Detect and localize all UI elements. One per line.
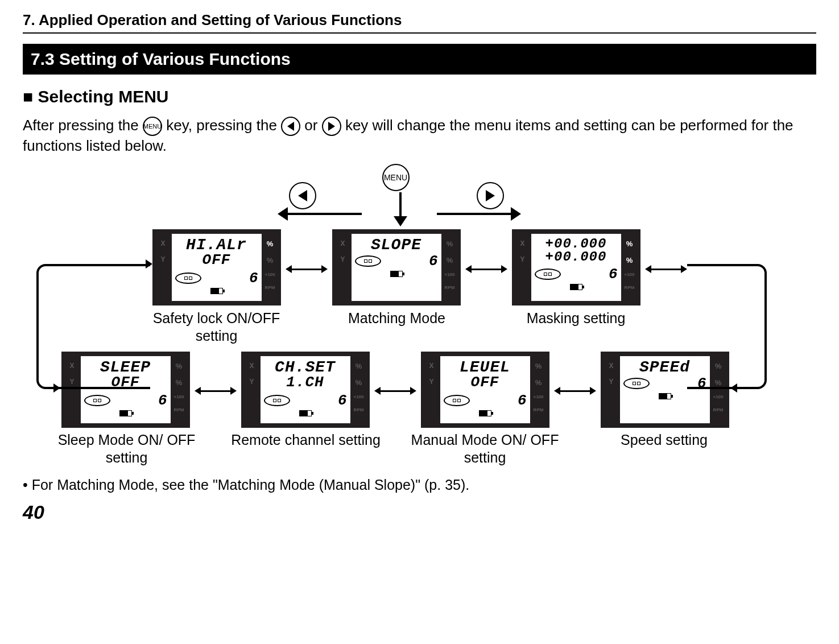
battery-icon [119, 410, 132, 416]
level-bubble-icon [84, 395, 110, 406]
intro-part2: key, pressing the [166, 117, 281, 134]
subhead-marker: ■ [23, 87, 38, 106]
right-arrow-key-icon [322, 117, 341, 136]
battery-icon [659, 393, 671, 399]
caption-speed: Speed setting [596, 431, 733, 449]
masking-digit: 6 [609, 266, 618, 283]
big-arrow-left-icon [278, 207, 362, 221]
safety-digit: 6 [249, 270, 258, 287]
safety-line1: HI.ALr [172, 234, 262, 254]
left-arrow-key-icon [281, 117, 300, 136]
safety-line2: OFF [172, 251, 262, 269]
intro-part1: After pressing the [23, 117, 143, 134]
subhead-text: Selecting MENU [38, 87, 168, 106]
loop-left-arrowhead-bottom-icon [53, 383, 60, 393]
loop-right-line [687, 264, 767, 389]
manual-line2: OFF [440, 374, 530, 391]
loop-left-arrowhead-top-icon [146, 259, 152, 269]
level-bubble-icon [535, 269, 561, 280]
tile-matching-mode: XY SLOPE 6 %%×100RPM [332, 229, 461, 306]
tile-channel: XY CH.SET 1.CH 6 %%×100RPM [241, 352, 370, 428]
label-y: Y [160, 255, 165, 263]
caption-sleep: Sleep Mode ON/ OFF setting [56, 431, 198, 467]
menu-key-icon: MENU [143, 117, 162, 136]
down-arrow-icon [394, 192, 407, 226]
big-arrow-right-icon [437, 207, 521, 221]
manual-line1: LEUEL [440, 356, 530, 376]
subhead: ■ Selecting MENU [23, 87, 816, 106]
channel-line1: CH.SET [261, 356, 350, 376]
level-bubble-icon [444, 395, 470, 406]
tile-manual: XY LEUEL OFF 6 %%×100RPM [421, 352, 549, 428]
label-pct-dim: % [267, 256, 274, 265]
tile-safety-lock: XY HI.ALr OFF 6 %%×100RPM [152, 229, 281, 306]
battery-icon [570, 284, 582, 290]
section-title: 7.3 Setting of Various Functions [23, 44, 816, 75]
sleep-digit: 6 [158, 392, 167, 409]
level-bubble-icon [355, 255, 381, 267]
chapter-title: 7. Applied Operation and Setting of Vari… [23, 11, 816, 34]
tile-masking: XY +00.000 +00.000 6 %%×100RPM [512, 229, 640, 306]
caption-channel: Remote channel setting [209, 431, 403, 449]
menu-diagram: MENU XY HI.ALr OFF 6 %%×100RPM XY SLOPE [33, 164, 807, 471]
bidi-arrow-icon [554, 387, 596, 395]
channel-digit: 6 [338, 392, 347, 409]
bidi-arrow-icon [286, 265, 328, 273]
masking-line2: +00.000 [531, 249, 621, 265]
label-rpm1: ×100 [264, 273, 275, 278]
level-bubble-icon [264, 395, 290, 406]
intro-paragraph: After pressing the MENU key, pressing th… [23, 115, 816, 156]
label-pct: % [267, 240, 274, 248]
caption-matching: Matching Mode [323, 309, 471, 327]
level-bubble-icon [175, 273, 201, 284]
left-arrow-key-circle-icon [289, 182, 316, 209]
bidi-arrow-icon [645, 265, 687, 273]
page-number: 40 [23, 501, 816, 523]
battery-icon [479, 410, 491, 416]
matching-line1: SLOPE [352, 234, 441, 254]
label-x: X [160, 240, 165, 247]
menu-key-top-icon: MENU [382, 164, 410, 191]
matching-digit: 6 [429, 253, 438, 270]
label-rpm2: RPM [265, 286, 275, 291]
footnote: • For Matching Mode, see the "Matching M… [23, 477, 816, 493]
right-arrow-key-circle-icon [477, 182, 504, 209]
loop-right-arrowhead-icon [730, 383, 737, 393]
battery-icon [299, 410, 312, 416]
bidi-arrow-icon [465, 265, 507, 273]
bidi-arrow-icon [195, 387, 237, 395]
loop-left-line [36, 264, 150, 389]
level-bubble-icon [623, 378, 650, 389]
battery-icon [210, 288, 223, 294]
caption-masking: Masking setting [505, 309, 647, 327]
channel-line2: 1.CH [261, 374, 350, 391]
bidi-arrow-icon [374, 387, 416, 395]
battery-icon [390, 271, 403, 277]
manual-digit: 6 [518, 392, 527, 409]
caption-safety: Safety lock ON/OFF setting [135, 309, 298, 345]
intro-part3: or [304, 117, 317, 134]
caption-manual: Manual Mode ON/ OFF setting [408, 431, 562, 467]
